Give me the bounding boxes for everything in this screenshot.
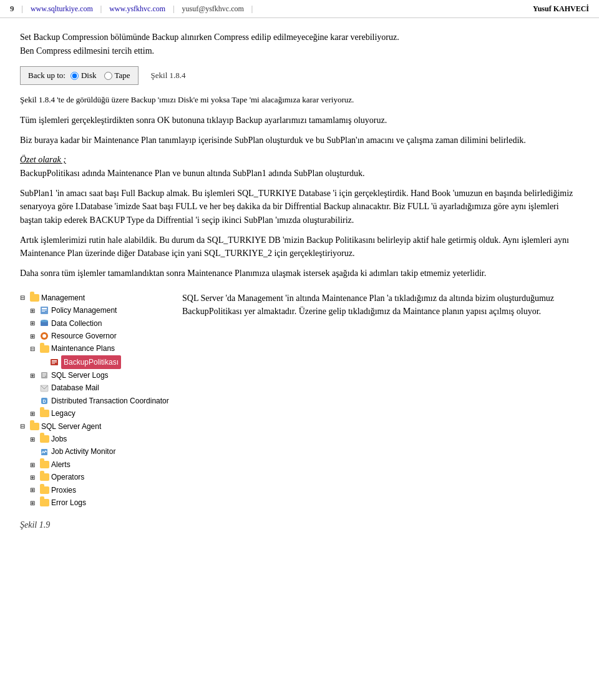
tree-policy-management[interactable]: ⊞ Policy Management: [20, 304, 170, 317]
database-mail-icon: [39, 384, 49, 393]
site1-link[interactable]: www.sqlturkiye.com: [31, 4, 93, 14]
separator1: |: [22, 4, 23, 14]
main-content: Set Backup Compression bölümünde Backup …: [0, 18, 599, 543]
jam-icon: [39, 448, 49, 456]
tree-figure-section: ⊟ Management ⊞ Policy Management: [20, 292, 579, 510]
policy-svg-icon: [40, 306, 49, 315]
svg-rect-10: [52, 362, 57, 362]
svg-point-5: [41, 320, 48, 322]
tape-radio[interactable]: Tape: [104, 71, 130, 81]
para1: Tüm işlemleri gerçekleştirdikten sonra O…: [20, 114, 579, 127]
para6: Daha sonra tüm işlemler tamamlandıktan s…: [20, 267, 579, 280]
maintenance-plans-label: Maintenance Plans: [51, 342, 115, 355]
tree-legacy[interactable]: ⊞ Legacy: [20, 407, 170, 420]
toggle-proxies[interactable]: ⊞: [30, 485, 37, 495]
para3: BackupPolitikası adında Maintenance Plan…: [20, 169, 365, 178]
page-number: 9: [10, 4, 14, 14]
ozet-label: Özet olarak ;: [20, 155, 66, 164]
database-mail-label: Database Mail: [51, 382, 99, 394]
resource-governor-svg: [40, 332, 49, 340]
backup-box-section: Back up to: Disk Tape Şekil 1.8.4: [20, 66, 579, 85]
backup-politika-label: BackupPolitikası: [61, 355, 121, 369]
para2: Biz buraya kadar bir Maintenance Plan ta…: [20, 134, 579, 147]
para4: SubPlan1 'in amacı saat başı Full Backup…: [20, 187, 579, 227]
svg-rect-9: [52, 360, 57, 362]
legacy-label: Legacy: [51, 407, 75, 420]
author-name: Yusuf KAHVECİ: [533, 4, 589, 14]
dtc-label: Distributed Transaction Coordinator: [51, 395, 169, 407]
para5: Artık işlemlerimizi rutin hale alabildik…: [20, 234, 579, 260]
tree-data-collection[interactable]: ⊞ Data Collection: [20, 317, 170, 330]
alerts-icon: [39, 460, 49, 469]
toggle-sql-agent[interactable]: ⊟: [20, 421, 27, 431]
svg-point-7: [42, 334, 46, 338]
tree-alerts[interactable]: ⊞ Alerts: [20, 458, 170, 471]
maintenance-plans-icon: [39, 345, 49, 353]
toggle-resource-governor[interactable]: ⊞: [30, 331, 37, 342]
toggle-jobs[interactable]: ⊞: [30, 434, 37, 445]
operators-label: Operators: [51, 471, 84, 483]
backup-politika-svg: [50, 358, 59, 367]
sql-server-logs-label: SQL Server Logs: [51, 369, 109, 382]
toggle-operators[interactable]: ⊞: [30, 472, 37, 483]
tree-operators[interactable]: ⊞ Operators: [20, 471, 170, 483]
jam-label: Job Activity Monitor: [51, 445, 115, 458]
tree-jobs[interactable]: ⊞ Jobs: [20, 433, 170, 445]
toggle-legacy[interactable]: ⊞: [30, 408, 37, 419]
tree-sql-server-logs[interactable]: ⊞ SQL Server Logs: [20, 369, 170, 382]
data-collection-svg: [40, 319, 49, 328]
tree-distributed-tc[interactable]: D Distributed Transaction Coordinator: [20, 395, 170, 407]
tree-database-mail[interactable]: Database Mail: [20, 382, 170, 394]
resource-governor-label: Resource Governor: [51, 330, 117, 342]
toggle-maintenance-plans[interactable]: ⊟: [30, 343, 37, 354]
ozet-paragraph: Özet olarak ; BackupPolitikası adında Ma…: [20, 153, 579, 180]
tree-error-logs[interactable]: ⊞ Error Logs: [20, 496, 170, 509]
toggle-alerts[interactable]: ⊞: [30, 460, 37, 470]
toggle-sql-logs[interactable]: ⊞: [30, 370, 37, 381]
tree-job-activity-monitor[interactable]: Job Activity Monitor: [20, 445, 170, 458]
figure-caption-text: SQL Server 'da Management 'in altında Ma…: [182, 292, 579, 318]
data-collection-icon: [39, 319, 49, 328]
svg-rect-15: [42, 376, 45, 377]
tree-proxies[interactable]: ⊞ Proxies: [20, 484, 170, 496]
sql-logs-svg: [40, 371, 49, 380]
disk-radio-input[interactable]: [71, 72, 79, 80]
toggle-policy[interactable]: ⊞: [30, 305, 37, 316]
footer-caption: Şekil 1.9: [20, 520, 579, 530]
separator3: |: [173, 4, 174, 14]
toggle-management[interactable]: ⊟: [20, 292, 27, 303]
tree-management[interactable]: ⊟ Management: [20, 292, 170, 304]
jobs-icon: [39, 435, 49, 443]
sql-agent-icon: [29, 422, 39, 431]
tape-radio-input[interactable]: [104, 72, 112, 80]
operators-icon: [39, 473, 49, 481]
svg-rect-14: [42, 375, 46, 375]
proxies-label: Proxies: [51, 484, 76, 496]
site2-link[interactable]: www.ysfkhvc.com: [109, 4, 165, 14]
separator4: |: [251, 4, 253, 14]
tree-resource-governor[interactable]: ⊞ Resource Governor: [20, 330, 170, 342]
figure-caption-area: SQL Server 'da Management 'in altında Ma…: [182, 292, 579, 325]
dtc-icon: D: [39, 397, 49, 405]
svg-rect-2: [42, 310, 47, 310]
policy-icon: [39, 306, 49, 315]
management-label: Management: [41, 292, 85, 304]
tree-sql-agent[interactable]: ⊟ SQL Server Agent: [20, 420, 170, 433]
legacy-icon: [39, 409, 49, 418]
dtc-svg: D: [40, 397, 49, 405]
error-logs-icon: [39, 498, 49, 507]
tree-maintenance-plans[interactable]: ⊟ Maintenance Plans: [20, 342, 170, 355]
svg-rect-3: [42, 311, 45, 312]
disk-radio[interactable]: Disk: [71, 71, 97, 81]
error-logs-label: Error Logs: [51, 496, 86, 509]
svg-rect-13: [42, 373, 46, 374]
intro-text: Set Backup Compression bölümünde Backup …: [20, 31, 579, 57]
svg-rect-11: [52, 363, 55, 363]
jam-svg: [40, 448, 49, 456]
backup-to-label: Back up to:: [28, 71, 66, 81]
toggle-error-logs[interactable]: ⊞: [30, 498, 37, 508]
tape-label: Tape: [115, 71, 130, 81]
toggle-data-collection[interactable]: ⊞: [30, 318, 37, 328]
backup-politika-icon: [49, 358, 59, 367]
tree-backup-politika[interactable]: BackupPolitikası: [20, 355, 170, 369]
